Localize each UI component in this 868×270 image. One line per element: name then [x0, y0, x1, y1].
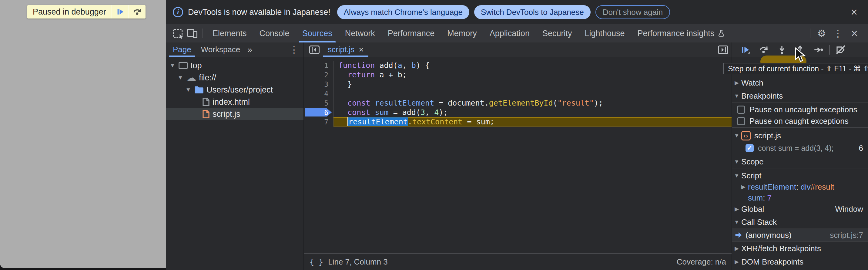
editor-status-bar: { } Line 7, Column 3 Coverage: n/a: [304, 253, 732, 270]
tab-elements[interactable]: Elements: [206, 24, 253, 42]
dont-show-again-button[interactable]: Don't show again: [595, 5, 670, 19]
kebab-menu-icon[interactable]: ⋮: [830, 28, 846, 39]
section-breakpoints[interactable]: ▼ Breakpoints: [732, 89, 868, 102]
pause-caught-row[interactable]: Pause on caught exceptions: [732, 115, 868, 127]
tree-item-top[interactable]: ▼top: [166, 59, 304, 71]
expander-icon[interactable]: ▼: [185, 86, 192, 93]
tree-item-index-html[interactable]: index.html: [166, 96, 304, 108]
tab-memory[interactable]: Memory: [441, 24, 483, 42]
settings-gear-icon[interactable]: ⚙: [813, 28, 830, 39]
pause-uncaught-checkbox[interactable]: [737, 106, 745, 114]
expander-icon[interactable]: ▼: [177, 74, 184, 81]
toggle-device-toolbar-button[interactable]: [185, 24, 199, 42]
tab-workspace[interactable]: Workspace: [196, 42, 245, 57]
tab-page[interactable]: Page: [168, 42, 196, 57]
tab-security[interactable]: Security: [536, 24, 579, 42]
switch-to-japanese-button[interactable]: Switch DevTools to Japanese: [474, 5, 591, 19]
tab-console[interactable]: Console: [253, 24, 296, 42]
line-number[interactable]: 1: [304, 61, 334, 70]
cursor-position: Line 7, Column 3: [328, 257, 388, 267]
notice-message: DevTools is now available in Japanese!: [188, 7, 331, 17]
pause-uncaught-label: Pause on uncaught exceptions: [749, 105, 858, 114]
code-line-5[interactable]: 5 const resultElement = document.getElem…: [304, 98, 732, 108]
line-number[interactable]: 3: [304, 80, 334, 89]
js-file-badge-icon: ‹›: [741, 131, 751, 141]
notice-close-button[interactable]: ×: [847, 5, 861, 19]
code-line-7[interactable]: 7 resultElement.textContent = sum;: [304, 117, 732, 126]
notice-bar: i DevTools is now available in Japanese!…: [166, 0, 868, 24]
navigator-kebab-menu-icon[interactable]: ⋮: [285, 42, 304, 57]
pretty-print-icon[interactable]: { }: [310, 258, 323, 266]
editor-tab-scriptjs[interactable]: script.js ×: [322, 42, 369, 57]
tree-item-script-js[interactable]: script.js: [166, 108, 304, 120]
tab-sources[interactable]: Sources: [296, 24, 339, 42]
section-call-stack[interactable]: ▼ Call Stack: [732, 216, 868, 228]
close-tab-icon[interactable]: ×: [359, 45, 364, 55]
inspect-element-button[interactable]: [170, 24, 185, 42]
call-stack-frame[interactable]: (anonymous) script.js:7: [732, 229, 868, 241]
devtools-tab-bar: ElementsConsoleSourcesNetworkPerformance…: [166, 24, 868, 42]
resume-script-button[interactable]: [112, 5, 128, 19]
breakpoint-checkbox[interactable]: ✓: [745, 144, 754, 152]
tree-item-file-[interactable]: ▼☁file://: [166, 71, 304, 84]
devtools-window: i DevTools is now available in Japanese!…: [166, 0, 868, 270]
pause-caught-checkbox[interactable]: [737, 117, 745, 125]
step-over-button[interactable]: [128, 5, 146, 19]
scope-var-sum[interactable]: sum : 7: [732, 192, 868, 203]
step-over-icon: [132, 7, 142, 17]
paused-banner-label: Paused in debugger: [27, 5, 112, 19]
line-number[interactable]: 5: [304, 98, 334, 108]
more-tabs-chevron-icon[interactable]: »: [245, 42, 254, 57]
step-into-button[interactable]: [773, 42, 791, 57]
breakpoint-entry[interactable]: ✓ const sum = add(3, 4); 6: [732, 142, 868, 154]
line-number[interactable]: 7: [304, 117, 334, 126]
section-watch[interactable]: ▶ Watch: [732, 77, 868, 89]
breakpoint-group-scriptjs[interactable]: ▼ ‹› script.js: [732, 129, 868, 142]
section-dom-breakpoints[interactable]: ▶ DOM Breakpoints: [732, 256, 868, 268]
code-line-4[interactable]: 4: [304, 89, 732, 98]
line-number[interactable]: 2: [304, 70, 334, 80]
panel-right-toggle-icon: [718, 46, 728, 54]
tab-performance[interactable]: Performance: [381, 24, 441, 42]
expander-icon[interactable]: ▼: [169, 62, 176, 69]
code-line-2[interactable]: 2 return a + b;: [304, 70, 732, 80]
debugger-toolbar-divider: [829, 45, 830, 55]
tab-performance-insights[interactable]: Performance insights: [631, 24, 732, 42]
always-match-language-button[interactable]: Always match Chrome's language: [337, 5, 469, 19]
scope-global-label: Global: [741, 205, 764, 214]
tree-item-label: file://: [199, 73, 216, 83]
line-number[interactable]: 4: [304, 89, 334, 98]
cloud-icon: ☁: [186, 73, 196, 83]
step-over-button[interactable]: [754, 42, 773, 57]
section-xhr-breakpoints[interactable]: ▶ XHR/fetch Breakpoints: [732, 242, 868, 255]
editor-header: script.js ×: [304, 42, 732, 57]
deactivate-breakpoints-icon: [835, 44, 846, 55]
toolbar-divider: [810, 29, 810, 38]
code-line-6[interactable]: 6 const sum = add(3, 4);: [304, 108, 732, 117]
tree-item-users-user-project[interactable]: ▼Users/user/project: [166, 84, 304, 96]
step-icon: [813, 44, 824, 55]
breakpoint-marker[interactable]: 6: [304, 108, 334, 117]
navigator-header: Page Workspace » ⋮: [166, 42, 304, 57]
pause-caught-label: Pause on caught exceptions: [749, 117, 848, 126]
tab-application[interactable]: Application: [483, 24, 536, 42]
mouse-cursor: [795, 47, 806, 64]
hide-navigator-button[interactable]: [307, 42, 322, 57]
tree-item-label: index.html: [213, 97, 250, 107]
tab-lighthouse[interactable]: Lighthouse: [578, 24, 631, 42]
section-scope[interactable]: ▼ Scope: [732, 155, 868, 168]
resume-button[interactable]: [737, 42, 754, 57]
scope-script-row[interactable]: ▼ Script: [732, 170, 868, 181]
code-line-3[interactable]: 3 }: [304, 80, 732, 89]
scope-var-resultElement[interactable]: ▶ resultElement : div #result: [732, 181, 868, 192]
selected-token: resultElement: [347, 117, 408, 126]
close-devtools-icon[interactable]: ×: [846, 27, 863, 40]
pause-uncaught-row[interactable]: Pause on uncaught exceptions: [732, 104, 868, 115]
scope-global-row[interactable]: ▶ Global Window: [732, 203, 868, 215]
tab-network[interactable]: Network: [339, 24, 381, 42]
code-editor[interactable]: 1function add(a, b) {2 return a + b;3 }4…: [304, 57, 732, 253]
step-button[interactable]: [809, 42, 827, 57]
deactivate-breakpoints-button[interactable]: [832, 42, 850, 57]
hide-debugger-sidebar-button[interactable]: [715, 42, 731, 57]
code-line-1[interactable]: 1function add(a, b) {: [304, 61, 732, 70]
